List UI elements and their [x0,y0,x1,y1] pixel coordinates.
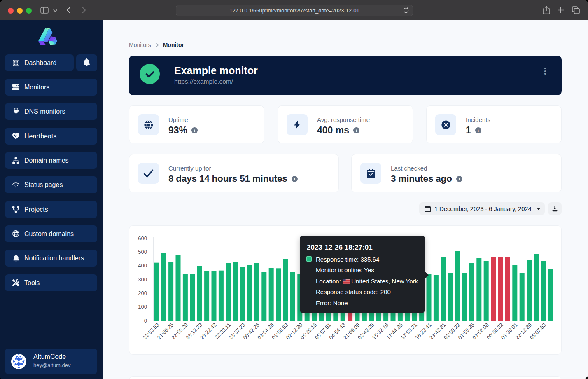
svg-text:500: 500 [138,249,147,255]
svg-text:100: 100 [138,304,147,310]
svg-text:200: 200 [138,290,147,296]
svg-text:600: 600 [138,235,147,241]
svg-text:0: 0 [144,318,147,324]
svg-text:400: 400 [138,262,147,269]
svg-text:300: 300 [138,276,147,283]
